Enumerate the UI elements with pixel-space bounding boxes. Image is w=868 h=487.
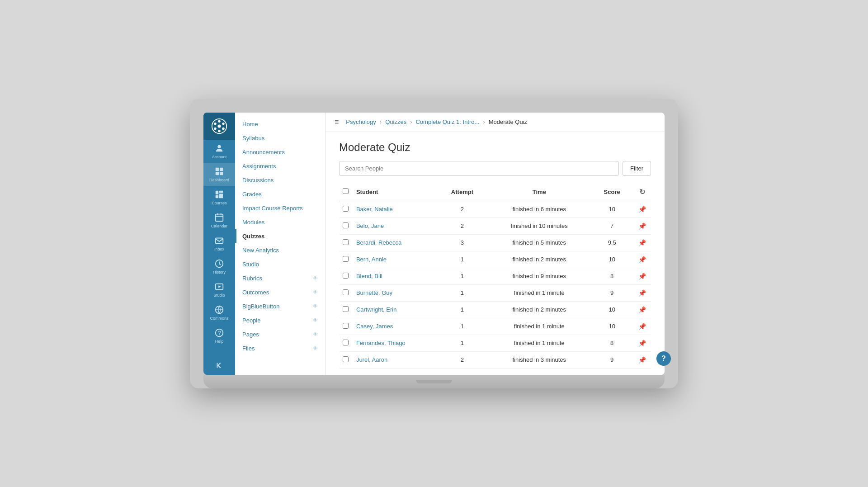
nav-item-studio[interactable]: Studio [235,257,325,271]
student-name-7[interactable]: Casey, James [356,323,393,330]
pages-visibility-icon: 👁 [313,331,318,337]
nav-item-syllabus[interactable]: Syllabus [235,131,325,145]
nav-item-rubrics[interactable]: Rubrics 👁 [235,271,325,285]
row-checkbox-4[interactable] [343,273,349,279]
student-name-8[interactable]: Fernandes, Thiago [356,340,406,346]
nav-item-people[interactable]: People 👁 [235,313,325,327]
nav-item-new-analytics[interactable]: New Analytics [235,243,325,257]
student-name-4[interactable]: Blend, Bill [356,273,382,279]
svg-rect-14 [216,195,218,198]
files-visibility-icon: 👁 [313,345,318,351]
sidebar-item-inbox[interactable]: Inbox [203,232,235,255]
table-row: Berardi, Rebecca 3 finished in 5 minutes… [339,234,651,251]
svg-point-7 [218,130,220,132]
nav-item-files[interactable]: Files 👁 [235,341,325,355]
table-row: Baker, Natalie 2 finished in 6 minutes 1… [339,201,651,217]
student-name-9[interactable]: Jurel, Aaron [356,356,387,363]
score-3: 10 [591,251,633,268]
row-checkbox-6[interactable] [343,306,349,312]
pin-icon-7[interactable]: 📌 [638,323,646,330]
row-checkbox-8[interactable] [343,340,349,345]
nav-item-assignments[interactable]: Assignments [235,159,325,173]
main-area: Home Syllabus Announcements Assignments … [235,113,665,375]
sidebar-item-history[interactable]: History [203,255,235,278]
pin-icon-3[interactable]: 📌 [638,256,646,263]
svg-rect-17 [216,214,223,221]
svg-point-2 [214,122,216,124]
nav-item-home[interactable]: Home [235,117,325,131]
time-8: finished in 1 minute [488,335,590,351]
pin-icon-1[interactable]: 📌 [638,222,646,230]
app-logo[interactable] [203,113,235,140]
student-name-0[interactable]: Baker, Natalie [356,206,393,213]
attempt-5: 1 [437,284,488,301]
search-input[interactable] [339,161,619,176]
nav-item-grades[interactable]: Grades [235,187,325,201]
student-name-2[interactable]: Berardi, Rebecca [356,239,401,246]
sidebar-collapse-button[interactable] [203,357,235,375]
nav-item-announcements[interactable]: Announcements [235,145,325,159]
nav-item-outcomes[interactable]: Outcomes 👁 [235,285,325,299]
nav-item-modules[interactable]: Modules [235,215,325,229]
pin-icon-6[interactable]: 📌 [638,306,646,313]
sidebar-courses-label: Courses [212,201,227,205]
svg-point-4 [214,127,216,129]
attempt-0: 2 [437,201,488,217]
time-5: finished in 1 minute [488,284,590,301]
sidebar-account-label: Account [212,155,227,159]
breadcrumb: ≡ Psychology › Quizzes › Complete Quiz 1… [326,113,665,132]
sidebar-item-studio[interactable]: Studio [203,278,235,301]
refresh-icon: ↻ [639,188,645,196]
pin-icon-2[interactable]: 📌 [638,239,646,246]
sidebar-item-courses[interactable]: Courses [203,186,235,209]
nav-item-impact-course-reports[interactable]: Impact Course Reports [235,201,325,215]
breadcrumb-quizzes[interactable]: Quizzes [385,118,406,125]
row-checkbox-9[interactable] [343,356,349,362]
sidebar-item-dashboard[interactable]: Dashboard [203,163,235,186]
sidebar-item-help[interactable]: ? Help [203,324,235,347]
sidebar-studio-label: Studio [213,293,225,298]
student-name-6[interactable]: Cartwright, Erin [356,306,397,313]
row-checkbox-1[interactable] [343,222,349,228]
score-7: 10 [591,318,633,335]
table-row: Blend, Bill 1 finished in 9 minutes 8 📌 [339,268,651,284]
select-all-checkbox[interactable] [343,188,349,194]
sidebar-item-calendar[interactable]: Calendar [203,209,235,232]
pin-icon-8[interactable]: 📌 [638,340,646,347]
filter-button[interactable]: Filter [623,161,651,176]
row-checkbox-0[interactable] [343,206,349,212]
nav-item-bigbluebutton[interactable]: BigBlueButton 👁 [235,299,325,313]
pin-icon-9[interactable]: 📌 [638,356,646,364]
attempt-7: 1 [437,318,488,335]
nav-item-discussions[interactable]: Discussions [235,173,325,187]
breadcrumb-psychology[interactable]: Psychology [346,118,376,125]
nav-item-quizzes[interactable]: Quizzes [235,229,325,243]
row-checkbox-7[interactable] [343,323,349,329]
time-0: finished in 6 minutes [488,201,590,217]
student-name-1[interactable]: Belo, Jane [356,222,384,229]
content-body: Moderate Quiz Filter [326,132,665,375]
score-9: 9 [591,351,633,368]
sidebar-item-commons[interactable]: Commons [203,301,235,324]
score-2: 9.5 [591,234,633,251]
outcomes-visibility-icon: 👁 [313,289,318,295]
attempt-2: 3 [437,234,488,251]
student-name-5[interactable]: Burnette, Guy [356,289,392,296]
sidebar-inbox-label: Inbox [214,247,224,251]
breadcrumb-quiz-intro[interactable]: Complete Quiz 1: Intro... [415,118,479,125]
row-checkbox-2[interactable] [343,239,349,245]
pin-icon-5[interactable]: 📌 [638,289,646,297]
table-row: Jurel, Aaron 2 finished in 3 minutes 9 📌 [339,351,651,368]
row-checkbox-5[interactable] [343,289,349,295]
table-header-row: Student Attempt Time Score ↻ [339,183,651,201]
menu-button[interactable]: ≡ [335,118,339,126]
page-title: Moderate Quiz [339,141,651,154]
nav-item-pages[interactable]: Pages 👁 [235,327,325,341]
row-checkbox-3[interactable] [343,256,349,262]
student-name-3[interactable]: Bern, Annie [356,256,387,263]
pin-icon-4[interactable]: 📌 [638,273,646,280]
student-header: Student [353,183,437,201]
svg-rect-16 [219,194,223,198]
pin-icon-0[interactable]: 📌 [638,206,646,213]
sidebar-item-account[interactable]: Account [203,140,235,163]
